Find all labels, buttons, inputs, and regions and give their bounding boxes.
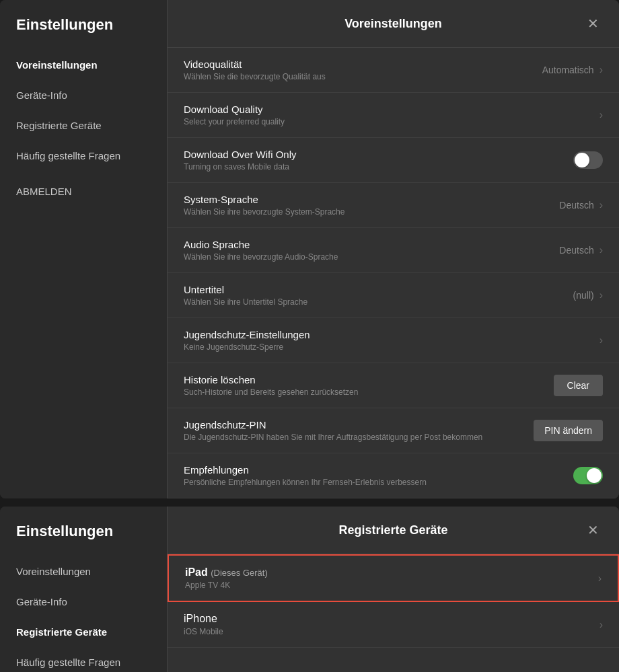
- chevron-icon-download-quality: ›: [599, 109, 603, 121]
- sidebar-nav-panel1: Voreinstellungen Geräte-Info Registriert…: [0, 50, 167, 207]
- setting-title-videoqualitaet: Videoqualität: [184, 59, 542, 70]
- setting-value-audio-sprache: Deutsch: [559, 245, 593, 256]
- chevron-icon-videoqualitaet: ›: [599, 64, 603, 76]
- setting-title-untertitel: Untertitel: [184, 284, 573, 295]
- settings-item-download-quality[interactable]: Download Quality Select your preferred q…: [168, 93, 619, 138]
- main-content-panel2: Registrierte Geräte ✕ iPad (Dieses Gerät…: [167, 507, 619, 672]
- sidebar-nav-panel2: Voreinstellungen Geräte-Info Registriert…: [0, 556, 167, 672]
- setting-subtitle-empfehlungen: Persönliche Empfehlungen können Ihr Fern…: [184, 478, 573, 487]
- main-content-panel1: Voreinstellungen ✕ Videoqualität Wählen …: [167, 0, 619, 498]
- device-subtitle-iphone: iOS Mobile: [184, 627, 223, 636]
- setting-value-system-sprache: Deutsch: [559, 200, 593, 211]
- sidebar-item-geraete-info[interactable]: Geräte-Info: [0, 80, 167, 110]
- sidebar-item-registrierte-geraete-p2[interactable]: Registrierte Geräte: [0, 617, 167, 647]
- setting-subtitle-audio-sprache: Wählen Sie ihre bevorzugte Audio-Sprache: [184, 252, 559, 262]
- panel-registrierte-geraete: Einstellungen Voreinstellungen Geräte-In…: [0, 507, 619, 672]
- setting-title-system-sprache: System-Sprache: [184, 194, 559, 205]
- settings-item-download-wifi[interactable]: Download Over Wifi Only Turning on saves…: [168, 138, 619, 183]
- settings-item-untertitel[interactable]: Untertitel Wählen Sie ihre Untertitel Sp…: [168, 273, 619, 318]
- sidebar-item-geraete-info-p2[interactable]: Geräte-Info: [0, 587, 167, 617]
- toggle-knob-empfehlungen: [587, 468, 602, 483]
- setting-subtitle-historie-loeschen: Such-Historie und Bereits gesehen zurück…: [184, 387, 554, 397]
- setting-title-jugendschutz-einstellungen: Jugendschutz-Einstellungen: [184, 329, 599, 340]
- chevron-icon-untertitel: ›: [599, 289, 603, 301]
- setting-subtitle-jugendschutz-einstellungen: Keine Jugendschutz-Sperre: [184, 342, 599, 352]
- setting-title-audio-sprache: Audio Sprache: [184, 239, 559, 250]
- panel-voreinstellungen: Einstellungen Voreinstellungen Geräte-In…: [0, 0, 619, 498]
- setting-subtitle-videoqualitaet: Wählen Sie die bevorzugte Qualität aus: [184, 72, 542, 81]
- settings-item-system-sprache[interactable]: System-Sprache Wählen Sie ihre bevorzugt…: [168, 183, 619, 228]
- sidebar-title-panel1: Einstellungen: [0, 16, 167, 50]
- device-item-iphone[interactable]: iPhone iOS Mobile ›: [168, 602, 619, 648]
- settings-item-empfehlungen: Empfehlungen Persönliche Empfehlungen kö…: [168, 453, 619, 498]
- settings-item-jugendschutz-pin: Jugendschutz-PIN Die Jugendschutz-PIN ha…: [168, 408, 619, 453]
- setting-value-videoqualitaet: Automatisch: [542, 65, 594, 75]
- device-name-iphone: iPhone: [184, 613, 223, 625]
- close-button-panel2[interactable]: ✕: [583, 520, 603, 540]
- clear-button[interactable]: Clear: [554, 375, 603, 396]
- toggle-download-wifi[interactable]: [573, 151, 603, 169]
- main-header-title-panel2: Registrierte Geräte: [204, 523, 583, 537]
- sidebar-panel2: Einstellungen Voreinstellungen Geräte-In…: [0, 507, 167, 672]
- chevron-icon-iphone: ›: [599, 619, 603, 631]
- settings-item-videoqualitaet[interactable]: Videoqualität Wählen Sie die bevorzugte …: [168, 48, 619, 93]
- chevron-icon-ipad: ›: [598, 572, 602, 585]
- setting-title-historie-loeschen: Historie löschen: [184, 374, 554, 385]
- chevron-icon-audio-sprache: ›: [599, 244, 603, 256]
- setting-title-download-quality: Download Quality: [184, 104, 599, 115]
- chevron-icon-jugendschutz-einstellungen: ›: [599, 334, 603, 346]
- setting-title-empfehlungen: Empfehlungen: [184, 464, 573, 476]
- device-subtitle-ipad: Apple TV 4K: [185, 581, 268, 590]
- main-header-title-panel1: Voreinstellungen: [204, 17, 583, 31]
- toggle-empfehlungen[interactable]: [573, 467, 603, 484]
- setting-value-untertitel: (null): [573, 290, 594, 301]
- sidebar-panel1: Einstellungen Voreinstellungen Geräte-In…: [0, 0, 167, 498]
- setting-title-download-wifi: Download Over Wifi Only: [184, 149, 573, 160]
- main-header-panel2: Registrierte Geräte ✕: [168, 507, 619, 554]
- setting-subtitle-untertitel: Wählen Sie ihre Untertitel Sprache: [184, 297, 573, 307]
- sidebar-item-abmelden[interactable]: ABMELDEN: [0, 176, 167, 207]
- settings-list: Videoqualität Wählen Sie die bevorzugte …: [168, 48, 619, 498]
- settings-item-historie-loeschen: Historie löschen Such-Historie und Berei…: [168, 363, 619, 408]
- device-name-ipad: iPad (Dieses Gerät): [185, 566, 268, 578]
- setting-title-jugendschutz-pin: Jugendschutz-PIN: [184, 419, 534, 431]
- chevron-icon-system-sprache: ›: [599, 199, 603, 211]
- setting-subtitle-download-wifi: Turning on saves Mobile data: [184, 162, 573, 172]
- setting-subtitle-download-quality: Select your preferred quality: [184, 117, 599, 126]
- devices-list: iPad (Dieses Gerät) Apple TV 4K › iPhone…: [168, 554, 619, 648]
- sidebar-item-voreinstellungen-p2[interactable]: Voreinstellungen: [0, 556, 167, 587]
- sidebar-item-haeufig-gestellte-fragen-p2[interactable]: Häufig gestellte Fragen: [0, 647, 167, 672]
- close-button-panel1[interactable]: ✕: [583, 13, 603, 34]
- sidebar-item-voreinstellungen[interactable]: Voreinstellungen: [0, 50, 167, 80]
- toggle-knob-download-wifi: [575, 153, 589, 167]
- sidebar-title-panel2: Einstellungen: [0, 523, 167, 556]
- settings-item-jugendschutz-einstellungen[interactable]: Jugendschutz-Einstellungen Keine Jugends…: [168, 318, 619, 363]
- setting-subtitle-jugendschutz-pin: Die Jugendschutz-PIN haben Sie mit Ihrer…: [184, 433, 534, 442]
- settings-item-audio-sprache[interactable]: Audio Sprache Wählen Sie ihre bevorzugte…: [168, 228, 619, 273]
- device-item-ipad[interactable]: iPad (Dieses Gerät) Apple TV 4K ›: [168, 554, 619, 602]
- main-header-panel1: Voreinstellungen ✕: [168, 0, 619, 48]
- sidebar-item-registrierte-geraete[interactable]: Registrierte Geräte: [0, 110, 167, 141]
- pin-aendern-button[interactable]: PIN ändern: [534, 420, 603, 441]
- setting-subtitle-system-sprache: Wählen Sie ihre bevorzugte System-Sprach…: [184, 207, 559, 217]
- device-tag-ipad: (Dieses Gerät): [211, 568, 268, 578]
- sidebar-item-haeufig-gestellte-fragen[interactable]: Häufig gestellte Fragen: [0, 141, 167, 171]
